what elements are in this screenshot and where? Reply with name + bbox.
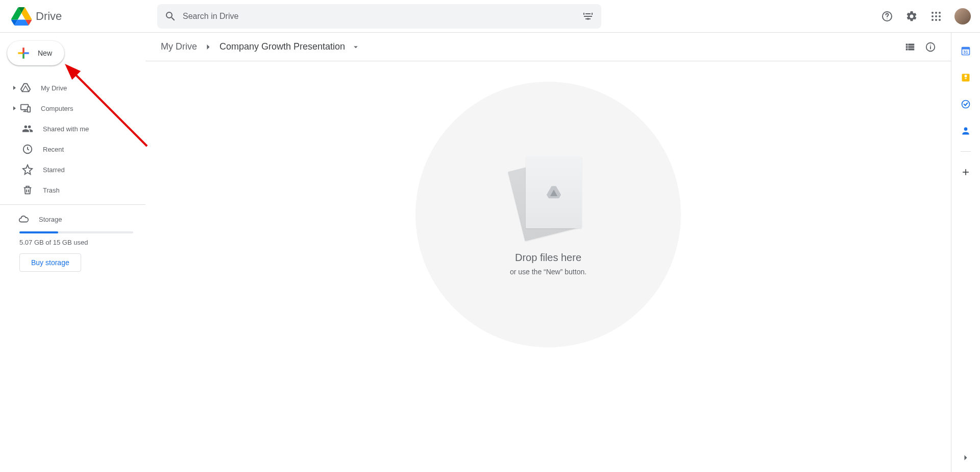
svg-rect-17: [962, 48, 970, 50]
apps-icon[interactable]: [926, 6, 946, 27]
empty-state: Drop files here or use the “New” button.: [145, 61, 951, 472]
sidebar: New My Drive Computers Shared with me Re…: [0, 33, 145, 472]
nav-trash[interactable]: Trash: [0, 180, 145, 200]
product-name: Drive: [36, 10, 62, 23]
search-bar[interactable]: [157, 4, 601, 29]
star-icon: [21, 163, 34, 176]
search-input[interactable]: [181, 12, 578, 21]
nav: My Drive Computers Shared with me Recent…: [0, 78, 145, 200]
buy-storage-label: Buy storage: [31, 258, 69, 267]
drop-zone[interactable]: Drop files here or use the “New” button.: [415, 82, 681, 347]
nav-computers[interactable]: Computers: [0, 98, 145, 119]
search-options-icon[interactable]: [578, 6, 598, 27]
nav-label: Trash: [43, 186, 60, 194]
storage-label: Storage: [39, 216, 62, 223]
expand-icon[interactable]: [11, 106, 17, 111]
cloud-icon: [17, 213, 30, 225]
new-button[interactable]: New: [7, 41, 64, 65]
svg-point-9: [935, 19, 937, 21]
empty-illustration: [512, 154, 584, 241]
nav-label: My Drive: [41, 84, 67, 92]
side-panel-divider: [961, 151, 971, 152]
computers-icon: [19, 102, 32, 114]
nav-starred[interactable]: Starred: [0, 159, 145, 180]
breadcrumb-root[interactable]: My Drive: [158, 39, 200, 54]
header-actions: [877, 6, 976, 27]
storage-meter: [19, 231, 133, 233]
logo-block[interactable]: Drive: [4, 6, 137, 27]
details-icon[interactable]: [920, 37, 941, 57]
svg-point-2: [932, 12, 934, 14]
svg-text:31: 31: [963, 50, 968, 55]
list-view-icon[interactable]: [900, 37, 920, 57]
nav-label: Computers: [41, 105, 74, 112]
new-button-label: New: [38, 49, 52, 57]
breadcrumb-current[interactable]: Company Growth Presentation: [216, 39, 348, 54]
nav-my-drive[interactable]: My Drive: [0, 78, 145, 98]
svg-point-7: [939, 15, 941, 17]
search-icon[interactable]: [160, 6, 181, 27]
settings-icon[interactable]: [901, 6, 922, 27]
nav-recent[interactable]: Recent: [0, 139, 145, 159]
recent-icon: [21, 143, 34, 155]
search-container: [157, 4, 601, 29]
breadcrumb-dropdown-icon[interactable]: [351, 42, 360, 52]
empty-subtitle: or use the “New” button.: [510, 268, 586, 276]
side-panel: 31: [951, 33, 980, 472]
nav-shared[interactable]: Shared with me: [0, 119, 145, 139]
svg-rect-12: [28, 107, 30, 112]
account-avatar[interactable]: [954, 8, 971, 25]
keep-app-icon[interactable]: [955, 67, 976, 88]
expand-icon[interactable]: [11, 85, 17, 90]
svg-point-6: [935, 15, 937, 17]
tasks-app-icon[interactable]: [955, 94, 976, 114]
support-icon[interactable]: [877, 6, 897, 27]
svg-point-21: [964, 127, 968, 131]
svg-point-15: [930, 44, 931, 45]
svg-point-5: [932, 15, 934, 17]
storage-usage-text: 5.07 GB of 15 GB used: [19, 239, 133, 246]
nav-label: Shared with me: [43, 125, 89, 133]
nav-storage[interactable]: Storage: [19, 209, 133, 229]
contacts-app-icon[interactable]: [955, 121, 976, 141]
divider: [0, 204, 145, 205]
my-drive-icon: [19, 82, 32, 94]
nav-label: Recent: [43, 146, 64, 153]
calendar-app-icon[interactable]: 31: [955, 41, 976, 61]
plus-icon: [15, 45, 32, 61]
chevron-right-icon: [203, 42, 213, 52]
trash-icon: [21, 184, 34, 196]
nav-label: Starred: [43, 166, 65, 174]
svg-point-10: [939, 19, 941, 21]
main: My Drive Company Growth Presentation: [145, 33, 951, 472]
svg-point-4: [939, 12, 941, 14]
breadcrumb-row: My Drive Company Growth Presentation: [145, 33, 951, 61]
buy-storage-button[interactable]: Buy storage: [19, 253, 81, 272]
empty-title: Drop files here: [515, 252, 581, 264]
svg-point-1: [887, 18, 888, 19]
svg-point-3: [935, 12, 937, 14]
collapse-panel-icon[interactable]: [955, 447, 976, 468]
addons-icon[interactable]: [955, 162, 976, 182]
shared-icon: [21, 123, 34, 135]
header: Drive: [0, 0, 980, 33]
storage-section: Storage 5.07 GB of 15 GB used Buy storag…: [0, 209, 145, 272]
drive-logo-icon: [11, 6, 32, 27]
svg-point-8: [932, 19, 934, 21]
